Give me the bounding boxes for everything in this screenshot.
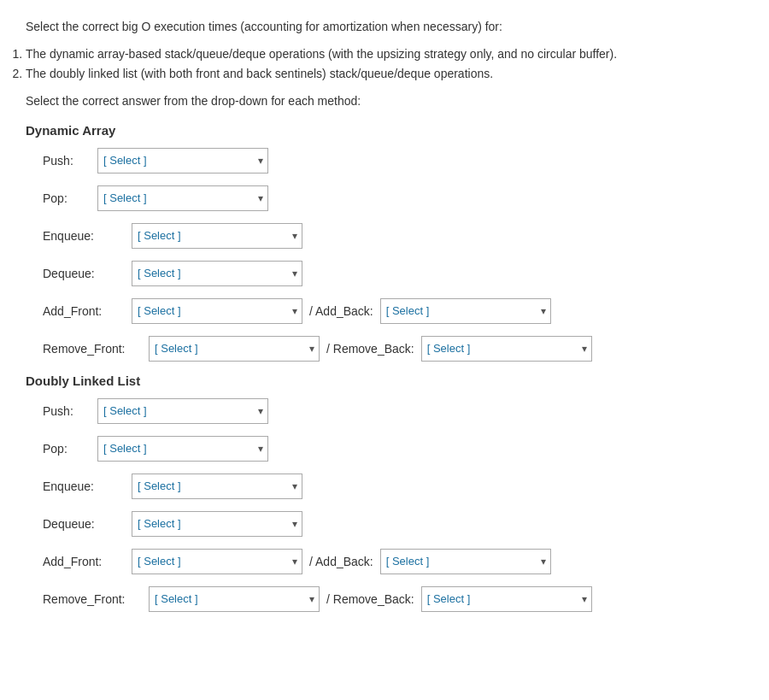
doubly-linked-section: Doubly Linked List Push: [ Select ] O(1)… — [26, 374, 743, 612]
remove-front-label-da: Remove_Front: — [43, 342, 145, 356]
push-select-wrapper-da: [ Select ] O(1) O(log n) O(n) O(n log n)… — [97, 148, 268, 174]
intro-line1: Select the correct big O execution times… — [26, 17, 743, 36]
instruction-text: Select the correct answer from the drop-… — [26, 91, 743, 110]
add-back-separator-dl: / Add_Back: — [309, 555, 373, 568]
dynamic-array-section: Dynamic Array Push: [ Select ] O(1) O(lo… — [26, 123, 743, 362]
enqueue-group-da: Enqueue: [ Select ] O(1) O(log n) O(n) O… — [43, 223, 743, 249]
enqueue-select-da[interactable]: [ Select ] O(1) O(log n) O(n) O(n log n)… — [132, 223, 302, 249]
push-group-dl: Push: [ Select ] O(1) O(log n) O(n) O(n … — [43, 398, 743, 424]
push-select-dl[interactable]: [ Select ] O(1) O(log n) O(n) O(n log n)… — [97, 398, 268, 424]
pop-label-dl: Pop: — [43, 442, 94, 456]
pop-select-da[interactable]: [ Select ] O(1) O(log n) O(n) O(n log n)… — [97, 185, 268, 211]
dequeue-group-dl: Dequeue: [ Select ] O(1) O(log n) O(n) O… — [43, 511, 743, 537]
add-back-select-wrapper-dl: [ Select ] O(1) O(log n) O(n) O(n log n)… — [380, 549, 551, 574]
remove-back-select-wrapper-dl: [ Select ] O(1) O(log n) O(n) O(n log n)… — [421, 586, 592, 612]
dequeue-group-da: Dequeue: [ Select ] O(1) O(log n) O(n) O… — [43, 261, 743, 286]
add-front-select-da[interactable]: [ Select ] O(1) O(log n) O(n) O(n log n)… — [132, 298, 302, 324]
push-group-da: Push: [ Select ] O(1) O(log n) O(n) O(n … — [43, 148, 743, 174]
add-front-back-group-dl: Add_Front: [ Select ] O(1) O(log n) O(n)… — [43, 549, 743, 574]
enqueue-label-da: Enqueue: — [43, 229, 128, 243]
pop-select-wrapper-dl: [ Select ] O(1) O(log n) O(n) O(n log n)… — [97, 436, 268, 462]
enqueue-select-wrapper-dl: [ Select ] O(1) O(log n) O(n) O(n log n)… — [132, 474, 302, 499]
add-back-select-wrapper-da: [ Select ] O(1) O(log n) O(n) O(n log n)… — [380, 298, 551, 324]
dynamic-array-title: Dynamic Array — [26, 123, 743, 138]
doubly-linked-title: Doubly Linked List — [26, 374, 743, 388]
intro-item2: The doubly linked list (with both front … — [26, 64, 743, 83]
intro-item1: The dynamic array-based stack/queue/dequ… — [26, 44, 743, 63]
add-back-select-da[interactable]: [ Select ] O(1) O(log n) O(n) O(n log n)… — [380, 298, 551, 324]
remove-front-select-da[interactable]: [ Select ] O(1) O(log n) O(n) O(n log n)… — [149, 336, 320, 362]
add-back-select-dl[interactable]: [ Select ] O(1) O(log n) O(n) O(n log n)… — [380, 549, 551, 574]
add-front-select-dl[interactable]: [ Select ] O(1) O(log n) O(n) O(n log n)… — [132, 549, 302, 574]
remove-front-back-group-dl: Remove_Front: [ Select ] O(1) O(log n) O… — [43, 586, 743, 612]
dequeue-select-da[interactable]: [ Select ] O(1) O(log n) O(n) O(n log n)… — [132, 261, 302, 286]
pop-select-dl[interactable]: [ Select ] O(1) O(log n) O(n) O(n log n)… — [97, 436, 268, 462]
push-label-da: Push: — [43, 154, 94, 168]
dequeue-select-wrapper-da: [ Select ] O(1) O(log n) O(n) O(n log n)… — [132, 261, 302, 286]
pop-group-da: Pop: [ Select ] O(1) O(log n) O(n) O(n l… — [43, 185, 743, 211]
enqueue-select-dl[interactable]: [ Select ] O(1) O(log n) O(n) O(n log n)… — [132, 474, 302, 499]
remove-front-select-wrapper-dl: [ Select ] O(1) O(log n) O(n) O(n log n)… — [149, 586, 320, 612]
intro-section: Select the correct big O execution times… — [26, 17, 743, 111]
add-front-label-da: Add_Front: — [43, 304, 128, 318]
pop-select-wrapper-da: [ Select ] O(1) O(log n) O(n) O(n log n)… — [97, 185, 268, 211]
push-label-dl: Push: — [43, 404, 94, 418]
dequeue-select-dl[interactable]: [ Select ] O(1) O(log n) O(n) O(n log n)… — [132, 511, 302, 537]
remove-back-select-wrapper-da: [ Select ] O(1) O(log n) O(n) O(n log n)… — [421, 336, 592, 362]
push-select-da[interactable]: [ Select ] O(1) O(log n) O(n) O(n log n)… — [97, 148, 268, 174]
remove-back-select-dl[interactable]: [ Select ] O(1) O(log n) O(n) O(n log n)… — [421, 586, 592, 612]
enqueue-select-wrapper-da: [ Select ] O(1) O(log n) O(n) O(n log n)… — [132, 223, 302, 249]
remove-front-back-group-da: Remove_Front: [ Select ] O(1) O(log n) O… — [43, 336, 743, 362]
add-back-separator-da: / Add_Back: — [309, 304, 373, 318]
enqueue-label-dl: Enqueue: — [43, 479, 128, 493]
pop-group-dl: Pop: [ Select ] O(1) O(log n) O(n) O(n l… — [43, 436, 743, 462]
remove-back-separator-dl: / Remove_Back: — [326, 592, 414, 606]
dequeue-label-dl: Dequeue: — [43, 517, 128, 531]
remove-front-select-dl[interactable]: [ Select ] O(1) O(log n) O(n) O(n log n)… — [149, 586, 320, 612]
dequeue-select-wrapper-dl: [ Select ] O(1) O(log n) O(n) O(n log n)… — [132, 511, 302, 537]
remove-back-separator-da: / Remove_Back: — [326, 342, 414, 356]
add-front-select-wrapper-dl: [ Select ] O(1) O(log n) O(n) O(n log n)… — [132, 549, 302, 574]
push-select-wrapper-dl: [ Select ] O(1) O(log n) O(n) O(n log n)… — [97, 398, 268, 424]
remove-front-label-dl: Remove_Front: — [43, 592, 145, 606]
remove-front-select-wrapper-da: [ Select ] O(1) O(log n) O(n) O(n log n)… — [149, 336, 320, 362]
enqueue-group-dl: Enqueue: [ Select ] O(1) O(log n) O(n) O… — [43, 474, 743, 499]
add-front-back-group-da: Add_Front: [ Select ] O(1) O(log n) O(n)… — [43, 298, 743, 324]
dequeue-label-da: Dequeue: — [43, 267, 128, 280]
remove-back-select-da[interactable]: [ Select ] O(1) O(log n) O(n) O(n log n)… — [421, 336, 592, 362]
add-front-label-dl: Add_Front: — [43, 555, 128, 568]
pop-label-da: Pop: — [43, 191, 94, 205]
add-front-select-wrapper-da: [ Select ] O(1) O(log n) O(n) O(n log n)… — [132, 298, 302, 324]
